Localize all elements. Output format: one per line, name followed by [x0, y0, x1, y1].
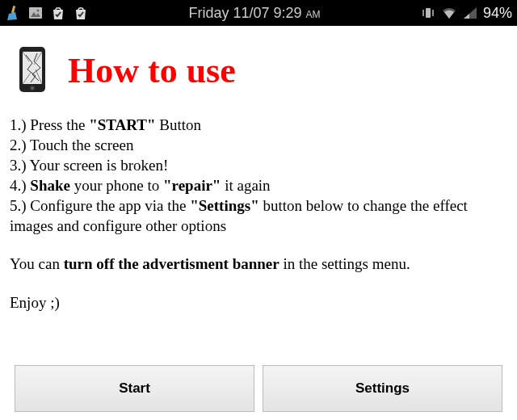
settings-button[interactable]: Settings — [263, 365, 502, 412]
main-content: How to use 1.) Press the "START" Button … — [0, 26, 517, 322]
start-button[interactable]: Start — [15, 365, 254, 412]
instruction-4: 4.) Shake your phone to "repair" it agai… — [10, 175, 507, 195]
bottom-button-bar: Start Settings — [15, 365, 502, 412]
battery-text: 94% — [483, 5, 512, 22]
cracked-phone-icon — [16, 45, 52, 95]
page-title: How to use — [68, 50, 236, 91]
wifi-icon — [441, 5, 457, 21]
title-row: How to use — [10, 45, 507, 95]
gallery-icon — [27, 5, 44, 21]
svg-point-11 — [31, 86, 35, 90]
svg-rect-0 — [11, 6, 15, 13]
svg-rect-4 — [426, 8, 431, 18]
instructions-block: 1.) Press the "START" Button 2.) Touch t… — [10, 115, 507, 313]
signal-icon — [462, 5, 478, 21]
status-ampm: AM — [306, 9, 321, 20]
svg-marker-7 — [464, 7, 477, 19]
status-right: 94% — [420, 5, 512, 22]
shopping-bag-check-icon-2 — [73, 5, 89, 21]
svg-point-3 — [37, 10, 40, 12]
ad-note: You can turn off the advertisment banner… — [10, 254, 507, 274]
shopping-bag-check-icon — [50, 5, 66, 21]
status-left — [5, 5, 89, 21]
status-datetime: Friday 11/07 9:29 — [188, 5, 301, 21]
status-clock: Friday 11/07 9:29 AM — [89, 5, 420, 22]
cleaner-icon — [5, 5, 21, 21]
instruction-5: 5.) Configure the app via the "Settings"… — [10, 195, 507, 236]
instruction-1: 1.) Press the "START" Button — [10, 115, 507, 135]
enjoy-text: Enjoy ;) — [10, 292, 507, 313]
instruction-2: 2.) Touch the screen — [10, 135, 507, 155]
status-bar: Friday 11/07 9:29 AM 94% — [0, 0, 517, 26]
vibrate-icon — [420, 5, 436, 21]
instruction-3: 3.) Your screen is broken! — [10, 155, 507, 175]
